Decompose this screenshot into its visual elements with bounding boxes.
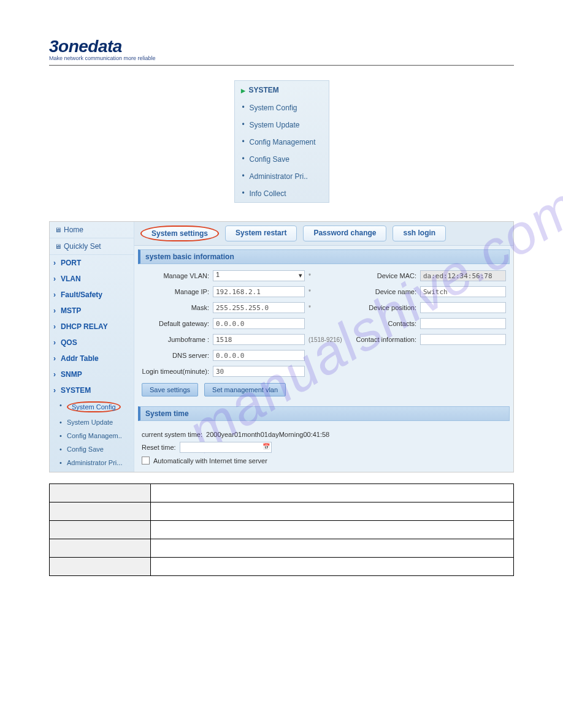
auto-time-label: Automatically with Internet time server bbox=[153, 457, 267, 464]
input-dns[interactable]: 0.0.0.0 bbox=[213, 350, 305, 361]
doc-table bbox=[49, 483, 514, 576]
menu-item[interactable]: Config Save bbox=[235, 151, 329, 168]
value-mac: da:ed:12:34:56:78 bbox=[420, 270, 506, 281]
left-nav: Home Quickly Set PORT VLAN Fault/Safety … bbox=[50, 222, 134, 472]
section-basic-info: system basic information bbox=[138, 249, 510, 264]
label-name: Device name: bbox=[349, 288, 416, 295]
label-vlan: Manage VLAN: bbox=[142, 272, 209, 279]
brand-tagline: Make network communication more reliable bbox=[49, 55, 514, 61]
menu-title: SYSTEM bbox=[235, 81, 329, 99]
input-timeout[interactable]: 30 bbox=[213, 366, 305, 377]
input-contacts[interactable] bbox=[420, 318, 506, 329]
label-pos: Device position: bbox=[349, 304, 416, 311]
reset-time-input[interactable] bbox=[180, 442, 272, 453]
nav-sysconfig[interactable]: System Config bbox=[50, 398, 134, 415]
label-timeout: Login timeout(minute): bbox=[142, 368, 209, 375]
label-mac: Device MAC: bbox=[349, 272, 416, 279]
menu-item[interactable]: System Config bbox=[235, 99, 329, 116]
input-mask[interactable]: 255.255.255.0 bbox=[213, 302, 305, 313]
current-time-value: 2000year01month01dayMorning00:41:58 bbox=[206, 431, 329, 438]
nav-snmp[interactable]: SNMP bbox=[50, 366, 134, 382]
label-dns: DNS server: bbox=[142, 352, 209, 359]
tab-ssh-login[interactable]: ssh login bbox=[393, 226, 446, 241]
jumbo-hint: (1518-9216) bbox=[308, 336, 345, 343]
nav-addr[interactable]: Addr Table bbox=[50, 351, 134, 366]
label-contacts: Contacts: bbox=[349, 320, 416, 327]
input-ip[interactable]: 192.168.2.1 bbox=[213, 286, 305, 297]
tab-bar: System settings System restart Password … bbox=[134, 222, 513, 246]
menu-item[interactable]: System Update bbox=[235, 116, 329, 134]
nav-fault[interactable]: Fault/Safety bbox=[50, 287, 134, 303]
section-system-time: System time bbox=[138, 406, 510, 421]
set-vlan-button[interactable]: Set management vlan bbox=[204, 383, 286, 396]
nav-adminpri[interactable]: Administrator Pri... bbox=[50, 456, 134, 469]
nav-port[interactable]: PORT bbox=[50, 255, 134, 271]
menu-item[interactable]: Info Collect bbox=[235, 185, 329, 202]
reset-time-label: Reset time: bbox=[142, 444, 176, 451]
input-pos[interactable] bbox=[420, 302, 506, 313]
nav-vlan[interactable]: VLAN bbox=[50, 271, 134, 287]
auto-time-checkbox[interactable] bbox=[142, 457, 150, 464]
input-name[interactable]: Switch bbox=[420, 286, 506, 297]
label-jumbo: Jumboframe : bbox=[142, 336, 209, 343]
input-jumbo[interactable]: 1518 bbox=[213, 334, 305, 345]
req-mark: * bbox=[308, 273, 345, 279]
nav-configmgmt[interactable]: Config Managem.. bbox=[50, 429, 134, 442]
page-header: 3onedata Make network communication more… bbox=[49, 37, 514, 66]
app-screenshot: Home Quickly Set PORT VLAN Fault/Safety … bbox=[49, 221, 514, 472]
brand-logo: 3onedata bbox=[49, 37, 514, 56]
select-vlan[interactable]: 1 bbox=[213, 270, 305, 281]
label-gw: Default gateway: bbox=[142, 320, 209, 327]
label-ip: Manage IP: bbox=[142, 288, 209, 295]
nav-quickly-set[interactable]: Quickly Set bbox=[50, 238, 134, 255]
tab-system-settings[interactable]: System settings bbox=[140, 226, 219, 241]
label-cinfo: Contact information: bbox=[349, 336, 416, 343]
input-cinfo[interactable] bbox=[420, 334, 506, 345]
nav-dhcp[interactable]: DHCP RELAY bbox=[50, 319, 134, 335]
nav-configsave[interactable]: Config Save bbox=[50, 442, 134, 456]
input-gw[interactable]: 0.0.0.0 bbox=[213, 318, 305, 329]
form-grid: Manage VLAN: 1 * Device MAC: da:ed:12:34… bbox=[134, 267, 513, 381]
menu-item[interactable]: Administrator Pri.. bbox=[235, 168, 329, 185]
current-time-label: current system time: bbox=[142, 431, 202, 438]
nav-sysupdate[interactable]: System Update bbox=[50, 415, 134, 429]
nav-qos[interactable]: QOS bbox=[50, 335, 134, 351]
tab-system-restart[interactable]: System restart bbox=[225, 226, 297, 241]
main-panel: System settings System restart Password … bbox=[134, 222, 513, 472]
system-menu-screenshot: SYSTEM System Config System Update Confi… bbox=[234, 80, 329, 203]
menu-item[interactable]: Config Management bbox=[235, 134, 329, 151]
save-button[interactable]: Save settings bbox=[142, 383, 198, 396]
nav-home[interactable]: Home bbox=[50, 222, 134, 238]
nav-mstp[interactable]: MSTP bbox=[50, 303, 134, 319]
nav-system[interactable]: SYSTEM bbox=[50, 382, 134, 398]
label-mask: Mask: bbox=[142, 304, 209, 311]
tab-password-change[interactable]: Password change bbox=[303, 226, 386, 241]
